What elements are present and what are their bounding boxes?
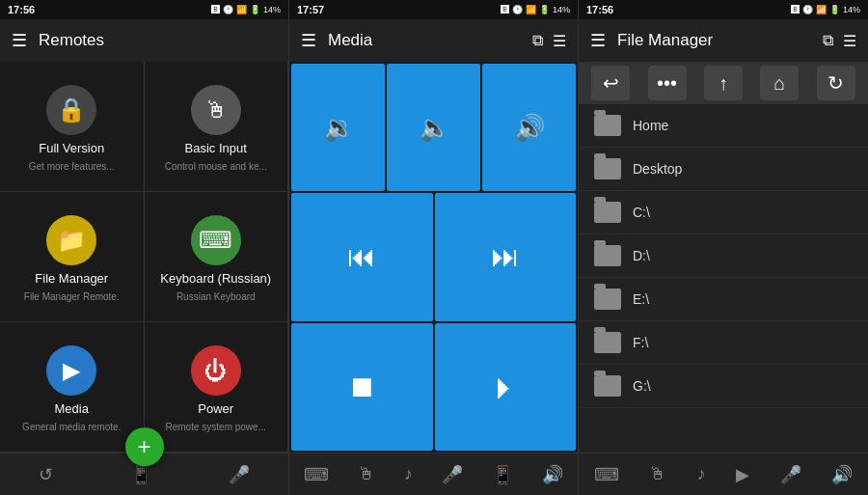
remote-item-media[interactable]: ▶ Media General media remote. — [0, 322, 145, 453]
media-controls-grid: 🔉 🔈 🔊 ⏮ ⏭ ⏹ ⏵ — [289, 62, 578, 453]
media-panel: 17:57 🅱 🕐 📶 🔋 14% ☰ Media ⧉ ☰ 🔉 🔈 🔊 ⏮ ⏭ — [289, 0, 579, 495]
fm-top-icons: ⧉ ☰ — [823, 32, 856, 50]
media-row-playback: ⏹ ⏵ — [291, 323, 576, 451]
up-button[interactable]: ↑ — [704, 66, 743, 100]
media-title: Media — [328, 31, 521, 50]
keyboard-russian-icon: ⌨ — [191, 215, 241, 265]
menu-icon-2[interactable]: ☰ — [553, 32, 566, 50]
basic-input-desc: Control mouse and ke... — [165, 161, 267, 172]
play-bottom-icon-3[interactable]: ▶ — [736, 464, 749, 485]
remote-item-file-manager[interactable]: 📁 File Manager File Manager Remote. — [0, 192, 145, 322]
music-bottom-icon-3[interactable]: ♪ — [697, 464, 706, 484]
vol-down-button[interactable]: 🔉 — [291, 64, 385, 191]
status-bar-3: 17:56 🅱 🕐 📶 🔋 14% — [579, 0, 868, 19]
basic-input-icon: 🖱 — [191, 85, 241, 135]
remote-item-basic-input[interactable]: 🖱 Basic Input Control mouse and ke... — [145, 62, 289, 192]
full-version-desc: Get more features... — [29, 161, 115, 172]
remotes-title: Remotes — [39, 31, 277, 50]
refresh-button[interactable]: ↻ — [817, 66, 855, 100]
file-item-e[interactable]: E:\ — [579, 278, 868, 321]
top-bar-1: ☰ Remotes — [0, 19, 288, 62]
media-top-icons: ⧉ ☰ — [532, 32, 566, 50]
file-toolbar: ↩ ••• ↑ ⌂ ↻ — [579, 62, 868, 104]
file-manager-remote-desc: File Manager Remote. — [24, 291, 120, 302]
file-item-name-c: C:\ — [633, 205, 650, 220]
music-bottom-icon-2[interactable]: ♪ — [404, 464, 413, 484]
hamburger-icon-1[interactable]: ☰ — [12, 30, 27, 51]
keyboard-bottom-icon-2[interactable]: ⌨ — [304, 464, 329, 485]
vol-mute-button[interactable]: 🔈 — [387, 64, 480, 191]
play-button[interactable]: ⏵ — [435, 323, 577, 451]
hamburger-icon-2[interactable]: ☰ — [301, 30, 316, 51]
file-manager-title: File Manager — [617, 31, 811, 50]
prev-button[interactable]: ⏮ — [291, 193, 433, 320]
mic-bottom-icon[interactable]: 🎤 — [229, 464, 250, 485]
top-bar-3: ☰ File Manager ⧉ ☰ — [579, 19, 868, 62]
file-item-c[interactable]: C:\ — [579, 191, 868, 234]
home-button[interactable]: ⌂ — [760, 66, 799, 100]
media-remote-name: Media — [55, 401, 89, 416]
power-remote-icon: ⏻ — [191, 345, 241, 396]
media-remote-desc: General media remote. — [22, 422, 121, 432]
folder-icon-d — [594, 245, 621, 266]
file-item-g[interactable]: G:\ — [579, 365, 868, 408]
mouse-bottom-icon-2[interactable]: 🖱 — [358, 464, 375, 484]
file-item-name-e: E:\ — [633, 291, 649, 307]
folder-icon-home — [594, 115, 621, 136]
time-2: 17:57 — [297, 4, 324, 15]
status-bar-2: 17:57 🅱 🕐 📶 🔋 14% — [289, 0, 578, 19]
full-version-name: Full Version — [39, 141, 104, 155]
stop-button[interactable]: ⏹ — [291, 323, 433, 451]
file-manager-panel: 17:56 🅱 🕐 📶 🔋 14% ☰ File Manager ⧉ ☰ ↩ •… — [579, 0, 868, 495]
media-remote-icon: ▶ — [46, 345, 96, 396]
folder-icon-c — [594, 202, 621, 223]
add-remote-button[interactable]: + — [125, 427, 164, 466]
file-manager-remote-name: File Manager — [35, 271, 108, 286]
remote-item-keyboard-russian[interactable]: ⌨ Keyboard (Russian) Russian Keyboard — [145, 192, 289, 322]
device-bottom-icon[interactable]: 📱 — [130, 464, 151, 485]
file-item-f[interactable]: F:\ — [579, 321, 868, 365]
remote-item-full-version[interactable]: 🔒 Full Version Get more features... — [0, 62, 145, 192]
layers-icon[interactable]: ⧉ — [532, 32, 543, 49]
status-bar-1: 17:56 🅱 🕐 📶 🔋 14% — [0, 0, 288, 19]
media-row-volume: 🔉 🔈 🔊 — [291, 64, 576, 191]
volume-bottom-icon-3[interactable]: 🔊 — [831, 464, 853, 485]
status-icons-2: 🅱 🕐 📶 🔋 14% — [501, 5, 570, 14]
back-button[interactable]: ↩ — [591, 66, 630, 100]
time-1: 17:56 — [8, 4, 35, 15]
status-icons-3: 🅱 🕐 📶 🔋 14% — [791, 5, 860, 14]
mic-bottom-icon-2[interactable]: 🎤 — [442, 464, 463, 485]
file-item-name-desktop: Desktop — [633, 161, 682, 177]
remote-grid: 🔒 Full Version Get more features... 🖱 Ba… — [0, 62, 288, 453]
hamburger-icon-3[interactable]: ☰ — [590, 30, 606, 51]
bottom-bar-2: ⌨ 🖱 ♪ 🎤 📱 🔊 — [289, 453, 578, 495]
basic-input-name: Basic Input — [185, 141, 247, 155]
file-item-desktop[interactable]: Desktop — [579, 148, 868, 191]
refresh-bottom-icon[interactable]: ↺ — [39, 464, 53, 485]
mouse-bottom-icon-3[interactable]: 🖱 — [649, 464, 666, 484]
keyboard-bottom-icon-3[interactable]: ⌨ — [594, 464, 619, 485]
volume-bottom-icon-2[interactable]: 🔊 — [542, 464, 563, 485]
vol-up-button[interactable]: 🔊 — [482, 64, 576, 191]
fm-layers-icon[interactable]: ⧉ — [823, 32, 833, 49]
file-list: Home Desktop C:\ D:\ E:\ F:\ G:\ — [579, 104, 868, 453]
media-row-skip: ⏮ ⏭ — [291, 193, 576, 320]
time-3: 17:56 — [586, 4, 613, 15]
folder-icon-g — [594, 375, 621, 397]
file-item-name-home: Home — [633, 118, 668, 133]
mic-bottom-icon-3[interactable]: 🎤 — [780, 464, 801, 485]
folder-icon-f — [594, 332, 621, 353]
next-button[interactable]: ⏭ — [435, 193, 577, 320]
keyboard-russian-desc: Russian Keyboard — [176, 291, 256, 302]
top-bar-2: ☰ Media ⧉ ☰ — [289, 19, 578, 62]
bottom-bar-1: ↺ + 📱 🎤 — [0, 453, 288, 495]
folder-icon-e — [594, 289, 621, 310]
fm-menu-icon[interactable]: ☰ — [843, 32, 856, 50]
device-bottom-icon-2[interactable]: 📱 — [492, 464, 513, 485]
power-remote-name: Power — [198, 401, 233, 416]
file-item-name-g: G:\ — [633, 378, 651, 394]
file-item-home[interactable]: Home — [579, 104, 868, 148]
remote-item-power[interactable]: ⏻ Power Remote system powe... — [145, 322, 289, 453]
more-button[interactable]: ••• — [648, 66, 687, 100]
file-item-d[interactable]: D:\ — [579, 234, 868, 278]
